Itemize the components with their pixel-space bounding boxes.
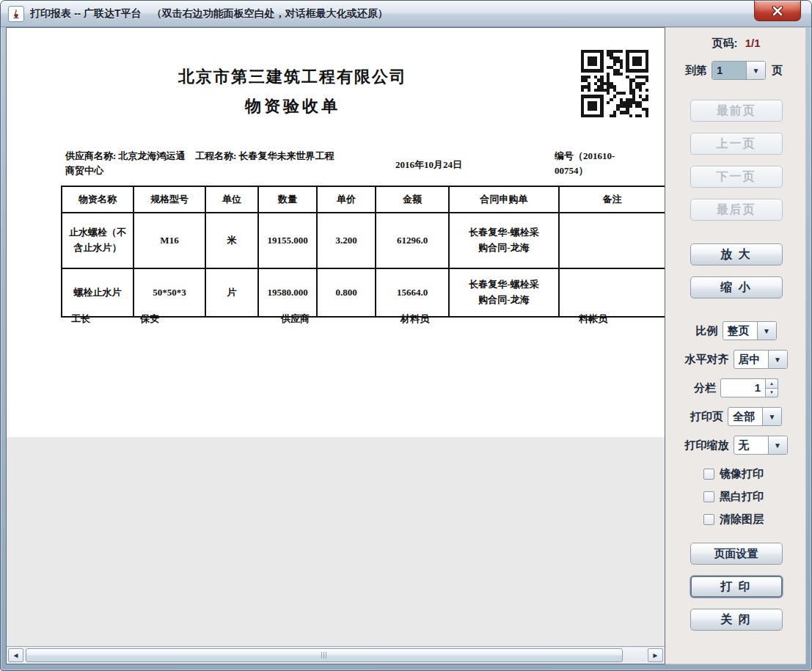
cell-unit: 片 — [205, 268, 258, 317]
print-option-checkboxes: 镜像打印 黑白打印 清除图层 — [670, 467, 802, 535]
goto-page-combobox[interactable]: 1 ▼ — [712, 61, 766, 80]
col-header: 合同申购单 — [449, 186, 559, 213]
close-button[interactable] — [754, 1, 801, 21]
clear-layers-checkbox[interactable]: 清除图层 — [703, 513, 802, 527]
page-setup-button[interactable]: 页面设置 — [690, 543, 783, 565]
mirror-print-label: 镜像打印 — [720, 467, 764, 481]
scale-combobox[interactable]: 整页 ▼ — [723, 321, 777, 340]
columns-value[interactable]: 1 — [720, 378, 766, 397]
spinner-up-icon[interactable]: ▲ — [766, 378, 778, 388]
document-date: 2016年10月24日 — [395, 158, 462, 172]
title-bar[interactable]: 打印报表 -- 广联达T平台 （双击右边功能面板空白处，对话框最大化或还原） — [1, 1, 811, 27]
table-row: 止水螺栓（不含止水片） M16 米 19155.000 3.200 61296.… — [62, 213, 665, 268]
cell-amount: 15664.0 — [376, 268, 449, 317]
chevron-down-icon[interactable]: ▼ — [768, 436, 787, 454]
signature-row: 工长 保安 供应商 材料员 料帐员 — [61, 312, 665, 330]
scale-row: 比例 整页 ▼ — [670, 321, 802, 340]
window-title: 打印报表 -- 广联达T平台 （双击右边功能面板空白处，对话框最大化或还原） — [30, 7, 388, 21]
report-page: 北京市第三建筑工程有限公司 物资验收单 供应商名称: 北京龙海鸿运通商贸中心 工… — [7, 28, 665, 437]
print-zoom-value: 无 — [734, 436, 768, 454]
col-header: 金额 — [376, 186, 449, 213]
cell-amount: 61296.0 — [376, 213, 449, 268]
supplier-field: 供应商名称: 北京龙海鸿运通商贸中心 — [65, 149, 191, 178]
print-zoom-label: 打印缩放 — [685, 439, 729, 452]
spinner-down-icon[interactable]: ▼ — [766, 388, 778, 398]
last-page-button[interactable]: 最后页 — [690, 199, 783, 221]
next-page-button[interactable]: 下一页 — [690, 166, 783, 188]
goto-page-value: 1 — [712, 62, 746, 79]
zoom-out-button[interactable]: 缩 小 — [690, 276, 783, 298]
prev-page-button[interactable]: 上一页 — [690, 133, 783, 155]
document-header: 北京市第三建筑工程有限公司 物资验收单 — [65, 66, 520, 117]
col-header: 规格型号 — [133, 186, 205, 213]
scale-value: 整页 — [723, 322, 757, 340]
cell-spec: M16 — [133, 213, 205, 268]
checkbox-icon[interactable] — [703, 514, 714, 525]
close-dialog-button[interactable]: 关 闭 — [690, 609, 783, 631]
scrollbar-track[interactable] — [25, 648, 646, 662]
col-header: 数量 — [258, 186, 317, 213]
scroll-left-button[interactable]: ◄ — [8, 648, 23, 662]
close-icon — [772, 6, 783, 16]
checkbox-icon[interactable] — [703, 491, 714, 502]
table-header-row: 物资名称 规格型号 单位 数量 单价 金额 合同申购单 备注 — [62, 186, 665, 213]
bw-print-checkbox[interactable]: 黑白打印 — [703, 490, 802, 504]
cell-spec: 50*50*3 — [133, 268, 205, 317]
java-coffee-icon — [10, 8, 22, 20]
align-label: 水平对齐 — [685, 353, 729, 367]
align-value: 居中 — [734, 351, 768, 368]
scroll-right-button[interactable]: ► — [648, 648, 663, 662]
preview-viewport[interactable]: 北京市第三建筑工程有限公司 物资验收单 供应商名称: 北京龙海鸿运通商贸中心 工… — [7, 28, 665, 646]
columns-row: 分栏 1 ▲ ▼ — [670, 378, 802, 397]
col-header: 单位 — [205, 186, 258, 213]
print-zoom-combobox[interactable]: 无 ▼ — [734, 436, 788, 455]
page-value: 1/1 — [745, 37, 761, 49]
scrollbar-thumb[interactable] — [26, 648, 623, 662]
columns-spinner[interactable]: 1 ▲ ▼ — [720, 378, 778, 397]
cell-material-name: 螺栓止水片 — [62, 268, 133, 317]
page-label: 页码: — [712, 37, 737, 49]
cell-remark — [559, 268, 665, 317]
bw-print-label: 黑白打印 — [720, 490, 764, 504]
signature-security: 保安 — [140, 312, 159, 326]
materials-table: 物资名称 规格型号 单位 数量 单价 金额 合同申购单 备注 止水螺栓（不含止水… — [61, 186, 665, 318]
zoom-in-button[interactable]: 放 大 — [690, 243, 783, 265]
chevron-down-icon[interactable]: ▼ — [768, 351, 787, 368]
chevron-down-icon[interactable]: ▼ — [757, 322, 776, 340]
project-field: 工程名称: 长春复华未来世界工程 — [195, 149, 336, 164]
first-page-button[interactable]: 最前页 — [690, 100, 783, 122]
control-panel: 页码: 1/1 到第 1 ▼ 页 最前页 上一页 下一页 最后页 放 大 缩 小… — [665, 27, 806, 664]
signature-accountant: 料帐员 — [579, 312, 607, 326]
align-combobox[interactable]: 居中 ▼ — [734, 350, 788, 369]
project-value: 长春复华未来世界工程 — [239, 150, 334, 161]
document-info-row: 供应商名称: 北京龙海鸿运通商贸中心 工程名称: 长春复华未来世界工程 2016… — [7, 149, 665, 184]
project-label: 工程名称: — [195, 150, 236, 161]
col-header: 单价 — [317, 186, 376, 213]
chevron-down-icon[interactable]: ▼ — [762, 408, 781, 425]
table-row: 螺栓止水片 50*50*3 片 19580.000 0.800 15664.0 … — [62, 268, 665, 317]
cell-unit-price: 0.800 — [317, 268, 376, 317]
clear-layers-label: 清除图层 — [720, 513, 764, 527]
signature-material-clerk: 材料员 — [400, 312, 429, 326]
document-number: 编号（201610-00754） — [555, 149, 643, 178]
print-pages-combobox[interactable]: 全部 ▼ — [728, 407, 782, 426]
cell-quantity: 19580.000 — [258, 268, 317, 317]
cell-contract: 长春复华-螺栓采购合同-龙海 — [449, 213, 559, 268]
document-type-title: 物资验收单 — [65, 95, 520, 117]
columns-label: 分栏 — [694, 381, 716, 395]
chevron-down-icon[interactable]: ▼ — [746, 62, 765, 79]
print-report-window: 打印报表 -- 广联达T平台 （双击右边功能面板空白处，对话框最大化或还原） 北… — [0, 0, 812, 671]
col-header: 备注 — [559, 186, 665, 213]
print-pages-row: 打印页 全部 ▼ — [670, 407, 802, 426]
print-button[interactable]: 打 印 — [690, 576, 783, 598]
cell-quantity: 19155.000 — [258, 213, 317, 268]
mirror-print-checkbox[interactable]: 镜像打印 — [703, 467, 802, 481]
checkbox-icon[interactable] — [703, 469, 714, 480]
company-name: 北京市第三建筑工程有限公司 — [65, 66, 520, 88]
cell-unit-price: 3.200 — [317, 213, 376, 268]
horizontal-scrollbar: ◄ ► — [7, 646, 665, 664]
cell-remark — [559, 213, 665, 268]
goto-suffix-label: 页 — [772, 64, 783, 78]
qr-code — [581, 50, 648, 117]
cell-contract: 长春复华-螺栓采购合同-龙海 — [449, 268, 559, 317]
